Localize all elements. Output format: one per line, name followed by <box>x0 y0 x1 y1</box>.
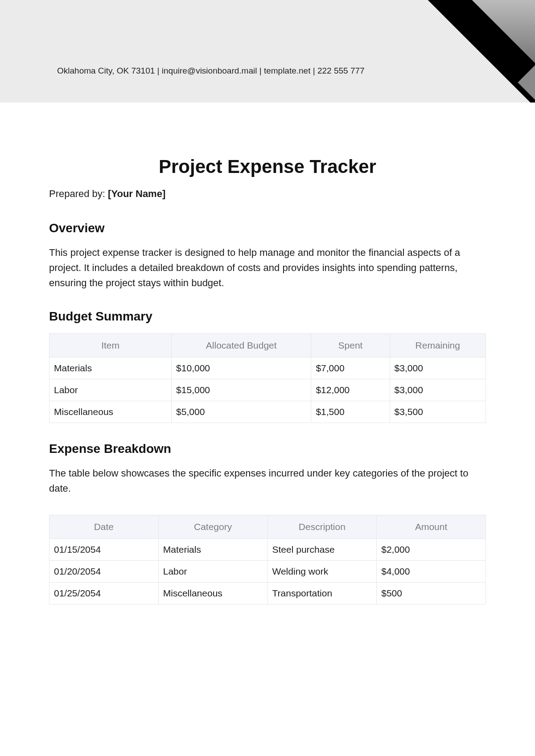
table-row: Miscellaneous $5,000 $1,500 $3,500 <box>49 401 486 423</box>
budget-summary-table: Item Allocated Budget Spent Remaining Ma… <box>49 333 486 423</box>
table-row: 01/20/2054 Labor Welding work $4,000 <box>49 561 486 583</box>
table-row: 01/25/2054 Miscellaneous Transportation … <box>49 583 486 604</box>
expense-heading: Expense Breakdown <box>49 442 486 456</box>
cell-date: 01/25/2054 <box>49 583 159 604</box>
budget-heading: Budget Summary <box>49 309 486 324</box>
cell-category: Miscellaneous <box>158 583 268 604</box>
header-contact-line: Oklahoma City, OK 73101 | inquire@vision… <box>57 66 365 76</box>
cell-amount: $2,000 <box>377 539 486 561</box>
cell-spent: $1,500 <box>311 401 390 423</box>
table-row: Materials $10,000 $7,000 $3,000 <box>49 357 486 379</box>
col-date: Date <box>49 515 159 539</box>
cell-amount: $500 <box>377 583 486 604</box>
expense-breakdown-table: Date Category Description Amount 01/15/2… <box>49 515 486 604</box>
col-item: Item <box>49 334 172 357</box>
cell-amount: $4,000 <box>377 561 486 583</box>
overview-body: This project expense tracker is designed… <box>49 245 486 291</box>
prepared-by-line: Prepared by: [Your Name] <box>49 188 486 200</box>
document-content: Project Expense Tracker Prepared by: [Yo… <box>0 103 535 604</box>
cell-description: Transportation <box>268 583 377 604</box>
cell-item: Materials <box>49 357 172 379</box>
cell-date: 01/20/2054 <box>49 561 159 583</box>
prepared-by-label: Prepared by: <box>49 188 108 199</box>
header-band: Oklahoma City, OK 73101 | inquire@vision… <box>0 0 535 103</box>
cell-category: Materials <box>158 539 268 561</box>
cell-remaining: $3,500 <box>390 401 486 423</box>
cell-description: Welding work <box>268 561 377 583</box>
col-amount: Amount <box>377 515 486 539</box>
cell-allocated: $5,000 <box>172 401 311 423</box>
page-title: Project Expense Tracker <box>49 156 486 177</box>
cell-item: Miscellaneous <box>49 401 172 423</box>
cell-spent: $12,000 <box>311 379 390 401</box>
overview-heading: Overview <box>49 221 486 235</box>
table-row: 01/15/2054 Materials Steel purchase $2,0… <box>49 539 486 561</box>
cell-allocated: $15,000 <box>172 379 311 401</box>
cell-allocated: $10,000 <box>172 357 311 379</box>
cell-category: Labor <box>158 561 268 583</box>
prepared-by-name: [Your Name] <box>108 188 165 199</box>
col-description: Description <box>268 515 377 539</box>
cell-item: Labor <box>49 379 172 401</box>
col-remaining: Remaining <box>390 334 486 357</box>
expense-body: The table below showcases the specific e… <box>49 466 486 496</box>
col-category: Category <box>158 515 268 539</box>
table-header-row: Date Category Description Amount <box>49 515 486 539</box>
cell-spent: $7,000 <box>311 357 390 379</box>
cell-remaining: $3,000 <box>390 357 486 379</box>
corner-decoration <box>428 0 535 103</box>
cell-remaining: $3,000 <box>390 379 486 401</box>
cell-description: Steel purchase <box>268 539 377 561</box>
table-row: Labor $15,000 $12,000 $3,000 <box>49 379 486 401</box>
col-spent: Spent <box>311 334 390 357</box>
cell-date: 01/15/2054 <box>49 539 159 561</box>
table-header-row: Item Allocated Budget Spent Remaining <box>49 334 486 357</box>
col-allocated: Allocated Budget <box>172 334 311 357</box>
